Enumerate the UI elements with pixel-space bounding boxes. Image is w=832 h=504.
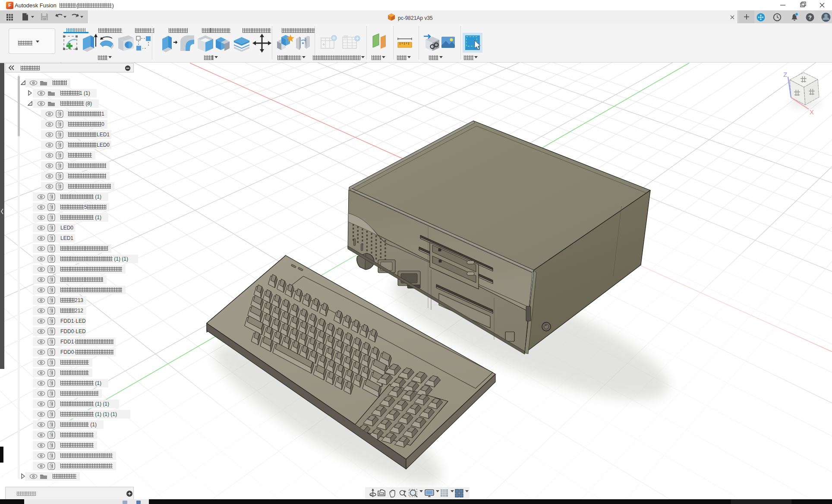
svg-text:Z: Z xyxy=(783,71,787,78)
svg-text:X: X xyxy=(810,108,814,116)
